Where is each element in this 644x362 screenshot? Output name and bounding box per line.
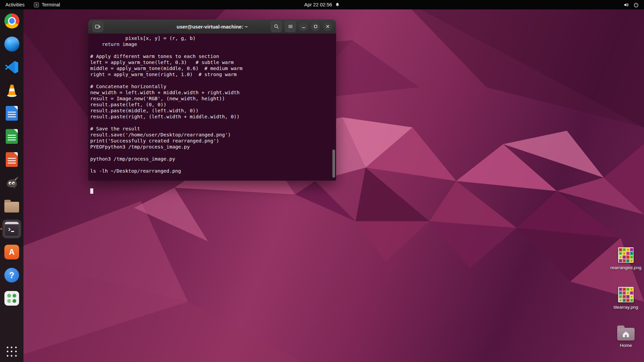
minimize-button[interactable] <box>299 22 308 31</box>
terminal-line <box>90 120 334 126</box>
terminal-line: left = apply_warm_tone(left, 0.3) # subt… <box>90 59 334 65</box>
desktop-icon-label: tilearray.png <box>613 305 638 310</box>
desktop-icon-label: rearranged.png <box>610 265 641 270</box>
tilearray-thumbnail <box>618 287 634 302</box>
focused-app-menu[interactable]: Terminal <box>30 0 64 9</box>
close-icon <box>326 24 330 28</box>
terminal-line: ls -lh ~/Desktop/rearranged.png <box>90 168 334 174</box>
dock-item-firefox[interactable] <box>2 35 21 53</box>
menu-button[interactable] <box>285 21 296 32</box>
maximize-button[interactable] <box>311 22 320 31</box>
terminal-line: PYEOFpython3 /tmp/process_image.py <box>90 144 334 150</box>
libreoffice-calc-icon <box>6 129 18 144</box>
search-icon <box>274 24 279 29</box>
dock-item-libreoffice-calc[interactable] <box>2 127 21 146</box>
terminal-line: # Apply different warm tones to each sec… <box>90 53 334 59</box>
terminal-line: # Concatenate horizontally <box>90 83 334 89</box>
terminal-line: python3 /tmp/process_image.py <box>90 156 334 162</box>
vlc-icon <box>4 83 19 98</box>
terminal-scrollbar[interactable] <box>332 149 335 178</box>
terminal-output[interactable]: pixels[x, y] = (r, g, b) return image# A… <box>88 34 336 181</box>
rearranged-thumbnail <box>618 247 634 263</box>
terminal-icon <box>4 222 19 236</box>
ubuntu-software-icon: A <box>4 245 19 259</box>
dock: A ? <box>0 9 23 362</box>
terminal-line: right = apply_warm_tone(right, 1.0) # st… <box>90 71 334 77</box>
libreoffice-writer-icon <box>6 106 18 121</box>
desktop-icon-rearranged[interactable]: rearranged.png <box>606 247 644 270</box>
dock-item-terminal[interactable] <box>2 220 21 238</box>
show-applications-button[interactable] <box>5 345 18 358</box>
new-tab-button[interactable] <box>92 21 103 32</box>
dock-item-vscode[interactable] <box>2 58 21 76</box>
firefox-icon <box>4 37 19 52</box>
terminal-cursor <box>90 188 93 194</box>
terminal-line: # Save the result <box>90 126 334 132</box>
dock-item-chrome[interactable] <box>2 11 21 30</box>
terminal-window: user@user-virtual-machine: ~ <box>88 19 336 181</box>
desktop-icon-home[interactable]: Home <box>606 324 644 348</box>
libreoffice-impress-icon <box>6 152 18 167</box>
help-icon: ? <box>4 268 19 283</box>
vscode-icon <box>4 60 19 75</box>
dock-item-software-updater[interactable] <box>2 289 21 308</box>
desktop-icon-label: Home <box>620 343 632 348</box>
terminal-line: result.save('/home/user/Desktop/rearrang… <box>90 132 334 138</box>
terminal-line: pixels[x, y] = (r, g, b) <box>90 35 334 41</box>
dock-item-vlc[interactable] <box>2 81 21 100</box>
notification-bell-icon <box>335 2 340 7</box>
desktop-icon-tilearray[interactable]: tilearray.png <box>606 287 644 310</box>
power-icon <box>634 2 639 7</box>
top-bar: Activities Terminal Apr 22 02:56 <box>0 0 644 9</box>
volume-icon <box>624 2 629 7</box>
desktop: Activities Terminal Apr 22 02:56 <box>0 0 644 362</box>
terminal-line <box>90 77 334 83</box>
dock-item-gimp[interactable] <box>2 173 21 192</box>
maximize-icon <box>314 24 318 28</box>
terminal-line: new_width = left.width + middle.width + … <box>90 89 334 96</box>
clock: Apr 22 02:56 <box>304 2 332 7</box>
house-icon <box>622 330 630 338</box>
terminal-titlebar[interactable]: user@user-virtual-machine: ~ <box>88 19 336 34</box>
terminal-line: result.paste(left, (0, 0)) <box>90 102 334 108</box>
terminal-line: middle = apply_warm_tone(middle, 0.6) # … <box>90 65 334 71</box>
home-folder-icon <box>617 328 635 341</box>
hamburger-menu-icon <box>288 24 293 29</box>
activities-button[interactable]: Activities <box>0 0 30 9</box>
close-button[interactable] <box>323 22 332 31</box>
terminal-line <box>90 162 334 168</box>
dock-item-files[interactable] <box>2 196 21 215</box>
focused-app-name: Terminal <box>42 2 60 7</box>
search-button[interactable] <box>271 21 282 32</box>
terminal-line <box>90 150 334 156</box>
terminal-line <box>90 47 334 53</box>
new-tab-icon <box>95 24 101 29</box>
chrome-icon <box>4 13 19 28</box>
dock-item-libreoffice-writer[interactable] <box>2 104 21 123</box>
terminal-line: return image <box>90 41 334 47</box>
dock-item-help[interactable]: ? <box>2 266 21 285</box>
terminal-line: result.paste(middle, (left.width, 0)) <box>90 108 334 114</box>
gimp-icon <box>4 175 19 190</box>
system-status-area[interactable] <box>618 0 644 9</box>
terminal-line: result = Image.new('RGB', (new_width, he… <box>90 96 334 102</box>
software-updater-icon <box>4 291 19 306</box>
clock-menu[interactable]: Apr 22 02:56 <box>300 0 344 9</box>
terminal-line: print('Successfully created rearranged.p… <box>90 138 334 144</box>
minimize-icon <box>302 24 306 28</box>
dock-item-libreoffice-impress[interactable] <box>2 150 21 169</box>
files-icon <box>4 202 19 213</box>
dock-item-ubuntu-software[interactable]: A <box>2 243 21 261</box>
terminal-line: result.paste(right, (left.width + middle… <box>90 114 334 120</box>
terminal-app-icon <box>34 2 39 7</box>
